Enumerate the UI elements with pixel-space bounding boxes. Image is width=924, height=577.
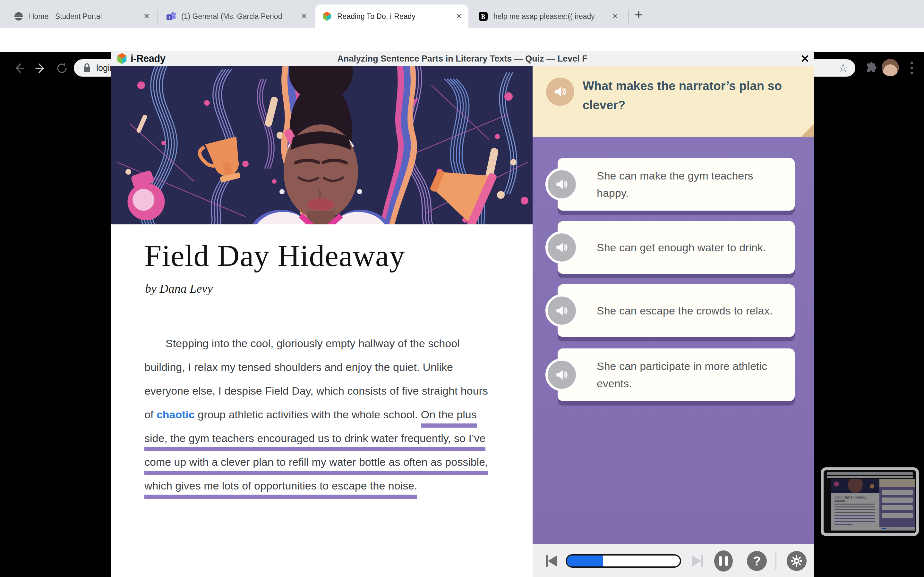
story-illustration <box>111 66 533 224</box>
answer-option-3[interactable]: She can escape the crowds to relax. <box>557 284 795 337</box>
tab-separator <box>628 10 628 23</box>
lock-icon <box>82 63 92 73</box>
quiz-title: Analyzing Sentence Parts in Literary Tex… <box>111 54 814 64</box>
underlined-sentence: On the plus side, the gym teachers encou… <box>144 408 488 499</box>
tab-brainly[interactable]: B help me asap pleasee:(( iready ✕ <box>472 5 625 28</box>
forward-icon[interactable] <box>33 61 48 76</box>
tab-title: Reading To Do, i-Ready <box>337 12 451 21</box>
passage-byline: by Dana Levy <box>145 282 213 295</box>
passage-paragraph: Stepping into the cool, gloriously empty… <box>144 332 493 498</box>
tab-close-icon[interactable]: ✕ <box>300 12 307 21</box>
next-icon[interactable] <box>689 553 706 569</box>
svg-text:B: B <box>481 13 485 20</box>
tab-close-icon[interactable]: ✕ <box>144 12 150 21</box>
tab-teams[interactable]: T (1) General (Ms. Garcia Period ✕ <box>160 5 313 28</box>
globe-icon <box>13 11 24 21</box>
question-audio-button[interactable] <box>546 77 574 106</box>
answer-option-2[interactable]: She can get enough water to drink. <box>557 221 795 274</box>
passage-title: Field Day Hideaway <box>144 238 405 274</box>
tab-title: (1) General (Ms. Garcia Period <box>181 12 296 21</box>
new-tab-button[interactable]: + <box>635 8 643 22</box>
tab-title: help me asap pleasee:(( iready <box>493 12 607 21</box>
answer-option-4[interactable]: She can participate in more athletic eve… <box>557 348 795 401</box>
brainly-icon: B <box>478 11 488 21</box>
teams-icon: T <box>166 11 176 21</box>
progress-bar[interactable] <box>565 554 681 568</box>
menu-kebab-icon[interactable] <box>911 61 913 74</box>
progress-fill <box>567 556 603 566</box>
answer-text: She can make the gym teachers happy. <box>597 167 785 201</box>
iready-icon <box>322 11 332 21</box>
passage-pane[interactable]: Field Day Hideaway by Dana Levy Stepping… <box>111 224 533 577</box>
browser-toolbar: login.i-ready.com/student/dashboard/home… <box>0 28 924 52</box>
avatar[interactable] <box>882 59 899 76</box>
pip-screen: Field Day Hideaway <box>824 470 916 533</box>
screen-share-pip[interactable]: Field Day Hideaway <box>821 467 919 536</box>
previous-icon[interactable] <box>543 553 560 569</box>
question-text: What makes the narrator’s plan so clever… <box>583 76 793 115</box>
tab-close-icon[interactable]: ✕ <box>612 12 618 21</box>
answer-option-1[interactable]: She can make the gym teachers happy. <box>557 158 795 211</box>
tab-title: Home - Student Portal <box>29 12 139 21</box>
tab-home[interactable]: Home - Student Portal ✕ <box>7 5 156 28</box>
iready-logo: i-Ready <box>116 53 165 65</box>
answer-audio-button[interactable] <box>545 231 578 264</box>
close-icon[interactable]: ✕ <box>800 53 810 64</box>
svg-text:T: T <box>168 15 171 19</box>
back-icon[interactable] <box>11 61 26 76</box>
controls-divider <box>775 552 776 570</box>
iready-wordmark: i-Ready <box>131 53 165 64</box>
quiz-header: Analyzing Sentence Parts in Literary Tex… <box>111 51 814 66</box>
tab-close-icon[interactable]: ✕ <box>456 12 462 21</box>
answer-audio-button[interactable] <box>545 358 578 391</box>
tab-strip: Home - Student Portal ✕ T (1) General (M… <box>0 0 924 28</box>
help-button[interactable]: ? <box>747 551 767 571</box>
vocab-link-chaotic[interactable]: chaotic <box>157 408 195 421</box>
answer-audio-button[interactable] <box>545 294 578 327</box>
extensions-icon[interactable] <box>865 61 879 75</box>
pause-button[interactable] <box>714 550 733 572</box>
question-box-fold <box>801 124 814 137</box>
bookmark-star-icon[interactable]: ☆ <box>838 61 848 75</box>
settings-gear-button[interactable] <box>787 551 806 571</box>
tab-iready-active[interactable]: Reading To Do, i-Ready ✕ <box>315 5 468 28</box>
answer-audio-button[interactable] <box>545 168 578 201</box>
answer-text: She can participate in more athletic eve… <box>597 358 785 392</box>
answer-text: She can get enough water to drink. <box>597 239 766 256</box>
tab-separator <box>158 10 158 23</box>
answer-text: She can escape the crowds to relax. <box>597 302 772 319</box>
pip-dim-overlay <box>824 470 916 533</box>
reload-icon[interactable] <box>55 61 69 76</box>
